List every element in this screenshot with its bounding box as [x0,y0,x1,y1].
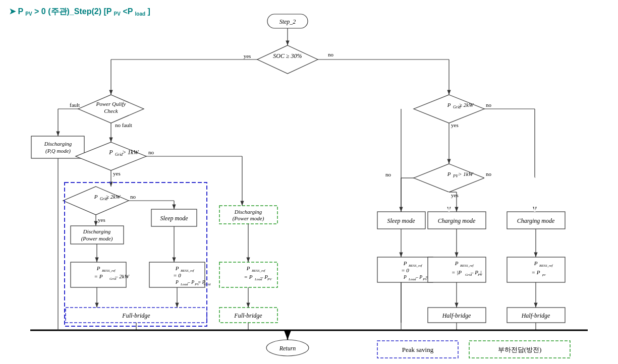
buha-label: 부하전담(방전) [498,346,542,353]
svg-text:|: | [480,269,482,275]
svg-text:≥ 2kW: ≥ 2kW [459,102,474,108]
pbess-right2-l1: P [455,260,459,266]
soc-yes-label: yes [244,53,251,59]
ppv-1kw-right-label: P [447,171,451,177]
svg-text:= P: = P [244,274,253,280]
svg-text:> 1kW: > 1kW [458,171,474,177]
pgrid-2kw-left-label: P [94,194,98,200]
charging-mode-1-label: Charging mode [438,217,476,224]
svg-text:Check: Check [104,108,119,114]
svg-text:= |P: = |P [452,269,462,275]
ppv1kw-yes-label: yes [451,192,459,198]
soc-no-label: no [328,51,334,57]
pbess-mid2-line1: P [246,265,250,271]
svg-marker-4 [257,45,318,74]
peak-saving-label: Peak saving [402,346,434,353]
soc-label: SOC ≥ 30% [273,52,302,59]
pbess-right3-l1: P [534,260,538,266]
pgrid2kw-left-no-label: no [130,194,136,200]
pgrid-2kw-right-label: P [447,102,451,108]
page-title: ➤ P PV > 0 (주관)_Step(2) [P PV <P load ] [9,7,150,17]
pbess-left-line1: P [96,265,100,271]
charging-mode-2-label: Charging mode [517,217,555,224]
svg-text:= P: = P [532,269,540,275]
return-label: Return [279,345,296,352]
svg-rect-14 [31,136,84,158]
svg-text:– 2kW: – 2kW [115,273,130,279]
pbess-right1-l1: P [403,260,407,266]
discharging-pm-left-label: Discharging [83,228,111,234]
svg-text:– P: – P [470,269,478,275]
svg-marker-22 [63,187,129,215]
ppv1kw-no-label2: no [385,171,391,177]
discharging-pq-label: Discharging [44,141,72,147]
pbess-mid1-line1: P [175,265,179,271]
svg-text:= 0: = 0 [401,267,409,273]
svg-text:BESS_ref: BESS_ref [460,264,474,268]
svg-text:(Power mode): (Power mode) [81,235,113,242]
svg-marker-56 [414,95,484,123]
svg-text:Load: Load [180,282,188,286]
pq-check-label: Power Qulify [96,101,126,107]
sleep-mid-label: Sleep mode [160,215,189,222]
svg-text:(Power mode): (Power mode) [233,215,264,222]
svg-text:BESS_ref: BESS_ref [252,269,266,273]
ppv1kw-no-label: no [486,171,492,177]
svg-text:= P: = P [94,273,103,279]
pgrid2kw-right-yes-label: yes [451,122,459,128]
svg-text:= 0: = 0 [173,272,181,278]
discharging-pm-right-label: Discharging [234,209,262,215]
svg-text:– P: – P [260,274,268,280]
step2-label: Step_2 [279,18,296,25]
svg-text:BESS_ref: BESS_ref [181,269,195,273]
no-fault-label: no fault [115,122,132,128]
svg-text:Load: Load [408,277,416,281]
halfbridge-2-label: Half-bridge [521,312,550,319]
svg-text:(P,Q mode): (P,Q mode) [45,148,71,154]
svg-marker-62 [414,164,484,192]
svg-text:BESS_ref: BESS_ref [409,264,423,268]
svg-text:pv: pv [542,273,546,277]
fullbridge-right-label: Full-bridge [234,312,262,319]
svg-text:– P: – P [187,280,194,285]
svg-marker-16 [76,142,146,170]
pgrid2kw-right-no-label: no [486,102,492,108]
diagram-container: ➤ P PV > 0 (주관)_Step(2) [P PV <P load ] … [0,0,618,364]
svg-text:BESS_ref: BESS_ref [102,269,116,273]
svg-text:P: P [175,280,179,285]
fault-label: fault [70,102,80,108]
sleep-right-label: Sleep mode [387,217,416,224]
svg-text:> 1kW: > 1kW [122,149,139,156]
pgrid1kw-yes-label: yes [113,170,121,176]
svg-text:PV: PV [267,277,272,281]
pgrid-1kw-label: P [108,149,113,156]
svg-text:– P: – P [415,275,422,280]
svg-text:BESS_ref: BESS_ref [539,264,553,268]
pgrid2kw-left-yes-label: yes [98,217,105,223]
halfbridge-1-label: Half-bridge [442,312,471,319]
svg-text:≥ 2kW: ≥ 2kW [106,194,121,200]
svg-text:P: P [403,275,407,280]
pgrid1kw-no-label: no [148,149,154,155]
fullbridge-left-label: Full-bridge [122,312,150,319]
